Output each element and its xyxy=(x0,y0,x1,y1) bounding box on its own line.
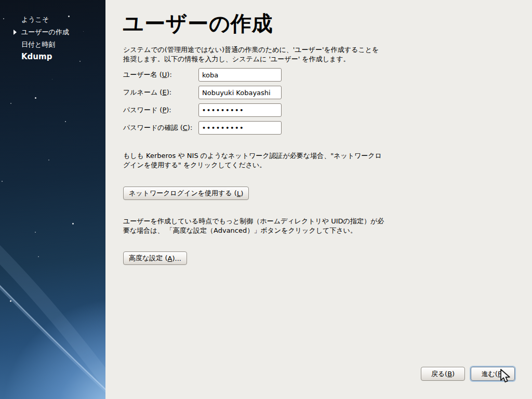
sidebar-step-kdump: Kdump xyxy=(0,51,105,63)
fullname-input[interactable] xyxy=(198,86,282,99)
advanced-note: ユーザーを作成している時点でもっと制御（ホームディレクトリや UIDの指定）が必… xyxy=(123,217,385,235)
confirm-password-label: パスワードの確認 (C): xyxy=(123,121,192,135)
sidebar-step-create-user: ユーザーの作成 xyxy=(0,26,105,38)
wizard-steps: ようこそ ユーザーの作成 日付と時刻 Kdump xyxy=(0,14,105,63)
current-step-arrow-icon xyxy=(14,30,17,35)
step-label: 日付と時刻 xyxy=(21,41,55,48)
forward-button[interactable]: 進む(F) xyxy=(471,367,515,381)
sidebar-step-welcome: ようこそ xyxy=(0,14,105,26)
fullname-label: フルネーム (E): xyxy=(123,86,171,99)
intro-text: システムでの(管理用途ではない)普通の作業のために、'ユーザー'を作成することを… xyxy=(123,45,381,64)
use-network-login-button[interactable]: ネットワークログインを使用する (L) xyxy=(123,187,249,200)
password-input[interactable] xyxy=(198,103,282,117)
step-label: ユーザーの作成 xyxy=(21,28,69,36)
firstboot-window: { "sidebar": { "items": [ { "label": "よう… xyxy=(0,0,532,399)
back-button[interactable]: 戻る(B) xyxy=(421,367,465,381)
network-login-note: もしも Kerberos や NIS のようなネットワーク認証が必要な場合、"ネ… xyxy=(123,151,383,170)
username-label: ユーザー名 (U): xyxy=(123,68,172,82)
username-input[interactable] xyxy=(198,68,282,82)
advanced-settings-button[interactable]: 高度な設定 (A)... xyxy=(123,251,187,265)
step-label: Kdump xyxy=(21,52,52,61)
page-title: ユーザーの作成 xyxy=(123,9,273,38)
password-label: パスワード (P): xyxy=(123,103,171,117)
sidebar: ようこそ ユーザーの作成 日付と時刻 Kdump xyxy=(0,0,105,399)
sidebar-step-date-time: 日付と時刻 xyxy=(0,38,105,51)
confirm-password-input[interactable] xyxy=(198,121,282,135)
step-label: ようこそ xyxy=(21,16,49,23)
